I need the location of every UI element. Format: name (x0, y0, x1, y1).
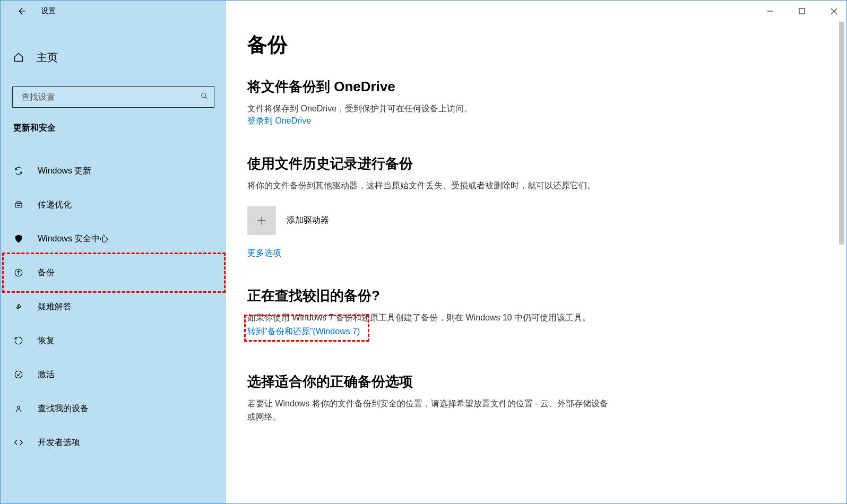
wrench-icon (13, 301, 24, 312)
sidebar-item-recovery[interactable]: 恢复 (1, 324, 226, 358)
sidebar: 设置 主页 更新和安全 Windows 更新 (1, 1, 226, 503)
sidebar-item-label: 激活 (38, 369, 55, 380)
topbar: 设置 (1, 1, 226, 22)
home-icon (13, 52, 24, 63)
section-file-history: 使用文件历史记录进行备份 将你的文件备份到其他驱动器，这样当原始文件丢失、受损或… (247, 154, 608, 259)
sidebar-item-developer[interactable]: 开发者选项 (1, 425, 226, 459)
find-device-icon (13, 403, 24, 414)
dev-icon (13, 437, 24, 448)
scrollbar[interactable] (838, 22, 845, 502)
section-text: 若要让 Windows 将你的文件备份到安全的位置，请选择希望放置文件的位置 -… (247, 397, 608, 424)
app-title: 设置 (41, 6, 56, 16)
onedrive-signin-link[interactable]: 登录到 OneDrive (247, 116, 311, 125)
sidebar-item-label: 传递优化 (38, 199, 72, 211)
add-drive-row: 添加驱动器 (247, 206, 608, 235)
sidebar-item-find-device[interactable]: 查找我的设备 (1, 392, 226, 425)
refresh-icon (13, 166, 24, 176)
scrollbar-thumb[interactable] (839, 22, 844, 245)
recovery-icon (13, 335, 24, 346)
sidebar-item-security[interactable]: Windows 安全中心 (1, 222, 226, 256)
sidebar-item-label: Windows 更新 (38, 166, 91, 177)
window-controls (762, 5, 842, 18)
win7-link-wrap: 转到"备份和还原"(Windows 7) (247, 326, 360, 337)
svg-point-4 (18, 406, 20, 409)
main-panel: 备份 将文件备份到 OneDrive 文件将保存到 OneDrive，受到保护并… (226, 1, 846, 503)
sidebar-item-activation[interactable]: 激活 (1, 358, 226, 392)
more-options-link[interactable]: 更多选项 (247, 248, 608, 259)
svg-rect-1 (15, 203, 22, 207)
svg-point-0 (202, 93, 206, 98)
plus-icon (256, 215, 267, 226)
sidebar-item-label: 查找我的设备 (38, 403, 89, 414)
add-drive-label: 添加驱动器 (287, 215, 329, 226)
sidebar-nav: Windows 更新 传递优化 Windows 安全中心 备份 (1, 154, 226, 459)
add-drive-button[interactable] (247, 206, 276, 235)
maximize-button[interactable] (793, 5, 810, 18)
sidebar-home-label: 主页 (37, 50, 58, 65)
delivery-icon (13, 199, 24, 210)
section-heading: 正在查找较旧的备份? (247, 286, 608, 305)
sidebar-item-label: 恢复 (38, 335, 55, 346)
close-button[interactable] (825, 5, 842, 18)
section-text: 如果你使用 Windows 7 备份和还原工具创建了备份，则在 Windows … (247, 311, 608, 325)
sidebar-item-windows-update[interactable]: Windows 更新 (1, 154, 226, 188)
sidebar-item-label: 开发者选项 (38, 437, 80, 448)
search-box[interactable] (12, 86, 214, 108)
sidebar-item-backup[interactable]: 备份 (1, 256, 226, 290)
section-choose-option: 选择适合你的正确备份选项 若要让 Windows 将你的文件备份到安全的位置，请… (247, 372, 608, 424)
section-old-backup: 正在查找较旧的备份? 如果你使用 Windows 7 备份和还原工具创建了备份，… (247, 286, 608, 338)
sidebar-item-troubleshoot[interactable]: 疑难解答 (1, 290, 226, 324)
section-onedrive: 将文件备份到 OneDrive 文件将保存到 OneDrive，受到保护并可在任… (247, 77, 608, 127)
search-icon (200, 92, 209, 102)
back-button[interactable] (11, 1, 31, 21)
section-text: 将你的文件备份到其他驱动器，这样当原始文件丢失、受损或者被删除时，就可以还原它们… (247, 179, 608, 193)
section-text: 文件将保存到 OneDrive，受到保护并可在任何设备上访问。 (247, 102, 608, 116)
content: 备份 将文件备份到 OneDrive 文件将保存到 OneDrive，受到保护并… (226, 1, 629, 503)
svg-rect-5 (799, 8, 805, 14)
check-icon (13, 369, 24, 380)
backup-icon (13, 267, 24, 278)
page-title: 备份 (247, 31, 608, 58)
section-heading: 使用文件历史记录进行备份 (247, 154, 608, 173)
sidebar-item-label: 疑难解答 (38, 301, 72, 312)
sidebar-item-label: Windows 安全中心 (38, 233, 108, 245)
minimize-button[interactable] (762, 5, 779, 18)
shield-icon (13, 233, 24, 244)
search-input[interactable] (20, 92, 200, 102)
sidebar-home[interactable]: 主页 (1, 42, 226, 73)
section-heading: 选择适合你的正确备份选项 (247, 372, 608, 391)
svg-point-3 (15, 371, 22, 378)
sidebar-item-label: 备份 (38, 267, 55, 279)
settings-window: 设置 主页 更新和安全 Windows 更新 (0, 0, 847, 504)
arrow-left-icon (16, 6, 26, 16)
highlight-box-nav (2, 253, 226, 293)
backup-restore-win7-link[interactable]: 转到"备份和还原"(Windows 7) (247, 327, 360, 336)
sidebar-category: 更新和安全 (1, 108, 226, 141)
sidebar-item-delivery[interactable]: 传递优化 (1, 188, 226, 222)
section-heading: 将文件备份到 OneDrive (247, 77, 608, 96)
